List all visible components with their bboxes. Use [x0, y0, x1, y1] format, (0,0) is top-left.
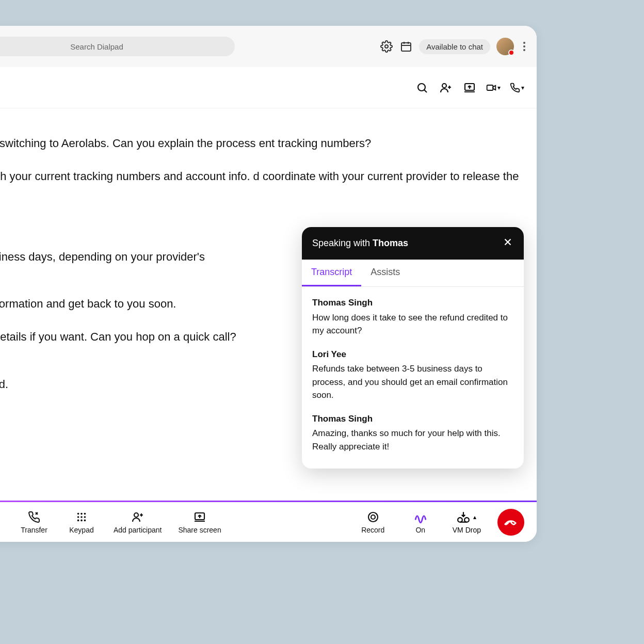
- svg-rect-6: [487, 85, 493, 90]
- hold-button[interactable]: Hold: [0, 510, 2, 534]
- search-wrap: Search Dialpad: [0, 37, 235, 56]
- svg-point-7: [77, 512, 79, 514]
- keypad-label: Keypad: [69, 526, 93, 534]
- transfer-label: Transfer: [21, 526, 47, 534]
- svg-point-4: [442, 84, 446, 88]
- search-input[interactable]: Search Dialpad: [0, 37, 235, 56]
- share-screen-label: Share screen: [178, 526, 221, 534]
- panel-header: Speaking with Thomas: [302, 227, 524, 260]
- conversation-header: ▾ ▾: [0, 67, 537, 108]
- share-screen-button[interactable]: Share screen: [178, 510, 221, 534]
- transcript-text: Amazing, thanks so much for your help wi…: [312, 427, 513, 453]
- search-conversation-icon[interactable]: [415, 81, 429, 95]
- settings-icon[interactable]: [380, 40, 393, 53]
- keypad-icon: [75, 510, 88, 524]
- speaker-name: Lori Yee: [312, 348, 513, 361]
- svg-point-11: [81, 516, 83, 518]
- add-person-icon[interactable]: [439, 81, 453, 95]
- search-placeholder: Search Dialpad: [70, 42, 123, 51]
- record-button[interactable]: Record: [358, 510, 389, 534]
- speaker-name: Thomas Singh: [312, 412, 513, 426]
- transcript-body: Thomas Singh How long does it take to se…: [302, 287, 524, 469]
- panel-title: Speaking with Thomas: [312, 238, 502, 249]
- status-label: Available to chat: [426, 42, 483, 51]
- hangup-icon: [504, 516, 518, 529]
- share-icon: [193, 510, 206, 524]
- panel-tabs: Transcript Assists: [302, 260, 524, 287]
- svg-point-18: [368, 512, 378, 522]
- transfer-button[interactable]: Transfer: [19, 510, 50, 534]
- speaker-name: Thomas Singh: [312, 296, 513, 310]
- ai-toggle-button[interactable]: On: [405, 510, 436, 534]
- add-participant-button[interactable]: Add participant: [114, 510, 162, 534]
- message-time: PM: [0, 201, 524, 213]
- svg-point-15: [84, 519, 86, 521]
- video-call-icon[interactable]: ▾: [486, 81, 501, 95]
- calendar-icon[interactable]: [399, 40, 413, 53]
- add-person-icon: [131, 510, 144, 524]
- transcript-panel: Speaking with Thomas Transcript Assists …: [302, 227, 524, 469]
- record-icon: [366, 510, 380, 524]
- add-participant-label: Add participant: [114, 526, 162, 534]
- svg-point-21: [465, 518, 470, 522]
- ai-label: On: [415, 526, 425, 534]
- svg-point-0: [385, 45, 388, 48]
- keypad-button[interactable]: Keypad: [66, 510, 97, 534]
- presence-status[interactable]: Available to chat: [419, 39, 490, 54]
- message-body: ering switching to Aerolabs. Can you exp…: [0, 135, 524, 152]
- tab-assists[interactable]: Assists: [361, 260, 409, 286]
- message-item: PM ering switching to Aerolabs. Can you …: [0, 121, 524, 152]
- phone-call-icon[interactable]: ▾: [510, 81, 524, 95]
- chevron-up-icon: ▴: [473, 513, 476, 521]
- transcript-entry: Lori Yee Refunds take between 3-5 busine…: [312, 348, 513, 402]
- voicemail-drop-icon: [457, 510, 470, 524]
- transfer-icon: [27, 510, 41, 524]
- svg-point-16: [134, 513, 138, 517]
- hangup-button[interactable]: [497, 509, 524, 536]
- call-bar: Hold Transfer Keypad Add participant Sha…: [0, 501, 537, 542]
- svg-point-19: [371, 515, 375, 519]
- transcript-entry: Thomas Singh How long does it take to se…: [312, 296, 513, 337]
- svg-point-14: [81, 519, 83, 521]
- svg-point-8: [81, 512, 83, 514]
- chevron-down-icon: ▾: [521, 84, 524, 91]
- svg-point-9: [84, 512, 86, 514]
- svg-rect-1: [401, 43, 411, 51]
- share-screen-icon[interactable]: [462, 81, 477, 95]
- svg-point-12: [84, 516, 86, 518]
- transcript-text: Refunds take between 3-5 business days t…: [312, 362, 513, 402]
- record-label: Record: [361, 526, 384, 534]
- presence-dot-icon: [508, 50, 514, 56]
- close-icon[interactable]: [502, 236, 513, 250]
- svg-point-20: [458, 518, 463, 522]
- svg-point-13: [77, 519, 79, 521]
- vm-drop-button[interactable]: ▴ VM Drop: [453, 510, 481, 534]
- transcript-entry: Thomas Singh Amazing, thanks so much for…: [312, 412, 513, 454]
- tab-transcript[interactable]: Transcript: [302, 260, 361, 286]
- svg-point-3: [418, 84, 425, 91]
- user-avatar[interactable]: [496, 38, 514, 55]
- message-body: us with your current tracking numbers an…: [0, 168, 524, 185]
- message-time: PM: [0, 121, 524, 133]
- vm-drop-label: VM Drop: [453, 526, 481, 534]
- chevron-down-icon: ▾: [497, 84, 501, 91]
- more-menu-icon[interactable]: [520, 39, 528, 54]
- ai-icon: [414, 510, 427, 524]
- transcript-text: How long does it take to see the refund …: [312, 311, 513, 337]
- message-item: us with your current tracking numbers an…: [0, 168, 524, 185]
- svg-point-10: [77, 516, 79, 518]
- top-bar: Search Dialpad Available to chat: [0, 26, 537, 67]
